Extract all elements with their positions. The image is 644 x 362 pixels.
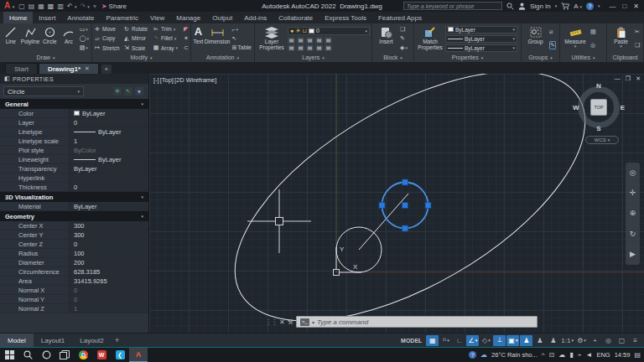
- grip-top[interactable]: [402, 179, 408, 185]
- viewcube[interactable]: N S W E TOP: [575, 84, 622, 131]
- object-snap-icon[interactable]: ▣▾: [506, 335, 519, 346]
- layer-lock-icon[interactable]: ▤: [315, 37, 323, 44]
- vp-close-icon[interactable]: ✕: [636, 75, 641, 82]
- minimize-button[interactable]: —: [609, 3, 615, 10]
- ortho-mode-icon[interactable]: ∟: [453, 335, 465, 346]
- prop-row-material[interactable]: Material ByLayer: [0, 202, 148, 211]
- group-tool[interactable]: Group: [523, 24, 548, 53]
- prop-row-linetype[interactable]: Linetype ByLayer: [0, 127, 148, 137]
- close-button[interactable]: ✕: [633, 3, 639, 10]
- panel-label-groups[interactable]: Groups▾: [522, 53, 559, 62]
- close-tab-icon[interactable]: ✕: [85, 65, 90, 72]
- orbit-icon[interactable]: ↻: [630, 230, 636, 238]
- panel-label-layers[interactable]: Layers▾: [255, 53, 371, 62]
- weather-widget[interactable]: 26°C Rain sho...: [491, 351, 538, 359]
- tab-add-ins[interactable]: Add-ins: [238, 12, 273, 23]
- tab-home[interactable]: Home: [3, 12, 33, 23]
- workspace-switching-icon[interactable]: ⚙▾: [575, 335, 588, 346]
- grip-right[interactable]: [425, 203, 431, 209]
- network-icon[interactable]: ⌁: [578, 351, 582, 359]
- layer-unlock2-icon[interactable]: ▤: [315, 44, 323, 51]
- volume-icon[interactable]: ◄: [585, 351, 592, 359]
- command-drag-handle[interactable]: ⋮⋮: [265, 318, 277, 326]
- layout-tab-layout2[interactable]: Layout2: [72, 334, 111, 348]
- explode-icon[interactable]: ✶: [184, 34, 189, 43]
- viewport-view-button[interactable]: [Top]: [160, 76, 174, 84]
- object-type-dropdown[interactable]: Circle▾: [3, 86, 84, 96]
- status-menu-icon[interactable]: ≡: [629, 335, 641, 346]
- layer-prev-icon[interactable]: ▤: [325, 44, 332, 51]
- grip-bottom[interactable]: [402, 225, 408, 231]
- vscode-icon[interactable]: ❮: [111, 348, 129, 362]
- tab-express-tools[interactable]: Express Tools: [319, 12, 372, 23]
- lineweight-dropdown[interactable]: ByLayer▾: [445, 35, 517, 43]
- command-recent-chevron-icon[interactable]: ▾: [312, 319, 314, 325]
- plot-icon[interactable]: ▥: [57, 3, 64, 10]
- annotation-scale-button[interactable]: 1:1▾: [560, 335, 574, 346]
- save-icon[interactable]: ▦: [38, 3, 44, 10]
- rotate-tool[interactable]: ↻Rotate: [123, 25, 153, 34]
- multileader-icon[interactable]: ⌐ ▾: [231, 25, 252, 34]
- id-point-icon[interactable]: ◎: [590, 41, 596, 49]
- isometric-drafting-icon[interactable]: ◇▾: [480, 335, 492, 346]
- stretch-tool[interactable]: ↦Stretch: [94, 44, 123, 52]
- search-icon[interactable]: [506, 3, 514, 10]
- measure-tool[interactable]: Measure▾: [562, 24, 589, 53]
- dimension-tool[interactable]: Dimension: [205, 24, 231, 53]
- viewcube-north[interactable]: N: [596, 82, 601, 90]
- prop-row-lineweight[interactable]: Lineweight ByLayer: [0, 155, 148, 164]
- prop-row-linetype-scale[interactable]: Linetype scale 1: [0, 137, 148, 146]
- model-space-button[interactable]: MODEL: [397, 335, 425, 346]
- open-icon[interactable]: ▤: [29, 3, 35, 10]
- isolate-objects-icon[interactable]: ◎: [602, 335, 615, 346]
- app-menu-button[interactable]: A ▾: [2, 0, 17, 13]
- zoom-extents-icon[interactable]: ⊕: [630, 209, 636, 217]
- color-dropdown[interactable]: ByLayer▾: [445, 26, 517, 34]
- navigation-wheel-icon[interactable]: ◎: [630, 169, 636, 177]
- redo-icon[interactable]: ↷ ▾: [80, 3, 89, 10]
- match-properties-tool[interactable]: Match Properties: [416, 24, 444, 53]
- polar-tracking-icon[interactable]: ∠▾: [466, 335, 479, 346]
- vp-restore-icon[interactable]: ❐: [626, 75, 631, 82]
- leader-icon[interactable]: ↖: [231, 34, 252, 43]
- new-drawing-tab-button[interactable]: +: [101, 65, 112, 74]
- prop-row-color[interactable]: Color ByLayer: [0, 109, 148, 118]
- linetype-dropdown[interactable]: ByLayer▾: [445, 44, 517, 52]
- scale-tool[interactable]: ⇲Scale: [123, 44, 153, 52]
- rectangle-icon[interactable]: ▭: [80, 26, 86, 33]
- chrome-icon[interactable]: [74, 348, 92, 362]
- text-tool[interactable]: A Text: [193, 24, 204, 53]
- grid-display-icon[interactable]: ▦: [426, 335, 439, 346]
- panel-label-block[interactable]: Block▾: [372, 53, 413, 62]
- fillet-tool[interactable]: ◝Fillet▾: [153, 34, 182, 43]
- trim-tool[interactable]: ✂Trim▾: [153, 25, 182, 34]
- viewcube-south[interactable]: S: [596, 125, 600, 132]
- offset-icon[interactable]: ⊂: [184, 44, 189, 52]
- annotation-autoscale-icon[interactable]: ♟: [533, 335, 546, 346]
- clean-screen-icon[interactable]: ▢: [615, 335, 628, 346]
- task-view-icon[interactable]: [55, 348, 74, 362]
- tab-manage[interactable]: Manage: [170, 12, 206, 23]
- onedrive-icon[interactable]: ☁: [558, 351, 565, 359]
- ungroup-icon[interactable]: ⧄: [549, 28, 556, 36]
- edit-block-icon[interactable]: ✎: [400, 34, 408, 43]
- panel-label-utilities[interactable]: Utilities▾: [560, 53, 606, 62]
- annotation-scale-person-icon[interactable]: ♟: [547, 335, 559, 346]
- sign-in-person-icon[interactable]: [518, 3, 526, 10]
- group-edit-icon[interactable]: ✎: [549, 41, 556, 49]
- prop-row-center-y[interactable]: Center Y 300: [0, 230, 148, 240]
- tab-insert[interactable]: Insert: [33, 12, 61, 23]
- prop-row-hyperlink[interactable]: Hyperlink: [0, 173, 148, 183]
- prop-row-area[interactable]: Area 31415.9265: [0, 277, 148, 286]
- quick-calc-icon[interactable]: ▧: [590, 28, 596, 36]
- grip-center[interactable]: [402, 203, 408, 209]
- polyline-tool[interactable]: Polyline: [21, 24, 40, 53]
- layer-thaw-all-icon[interactable]: ▤: [297, 44, 304, 51]
- tray-window-icon[interactable]: ⊡: [549, 351, 555, 359]
- battery-icon[interactable]: ▮: [569, 351, 573, 359]
- file-tab-drawing1[interactable]: Drawing1*✕: [39, 63, 99, 74]
- prop-row-thickness[interactable]: Thickness 0: [0, 183, 148, 192]
- layout-tab-layout1[interactable]: Layout1: [34, 334, 72, 348]
- paste-tool[interactable]: Paste▾: [609, 24, 633, 53]
- search-input[interactable]: [403, 2, 502, 10]
